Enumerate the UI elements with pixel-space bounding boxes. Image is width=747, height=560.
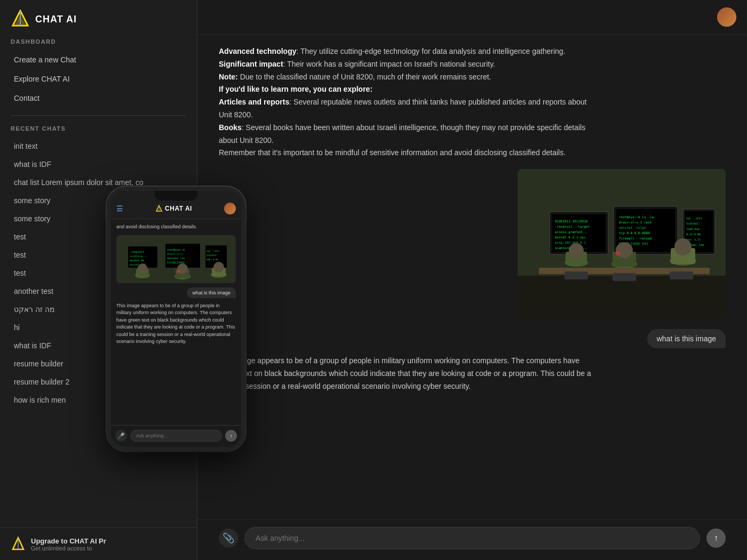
- svg-text:0.12 0.08: 0.12 0.08: [686, 233, 701, 236]
- svg-text:scanning...: scanning...: [130, 254, 147, 258]
- svg-text:netstat -tu: netstat -tu: [167, 257, 185, 260]
- phone-attach-button[interactable]: 🎤: [115, 430, 127, 442]
- main-content: Advanced technology: They utilize cuttin…: [197, 0, 747, 560]
- sidebar-upgrade[interactable]: Upgrade to CHAT AI Pr Get unlimited acce…: [0, 527, 197, 560]
- military-image-main: 01001011 10110010 ./exploit --target acc…: [518, 169, 726, 318]
- app-title: CHAT AI: [35, 14, 77, 25]
- phone-user-bubble-row: what is this image: [116, 287, 236, 298]
- attach-button[interactable]: 📎: [219, 529, 238, 548]
- nav-contact[interactable]: Contact: [11, 89, 186, 108]
- phone-chat-content: and avoid disclosing classified details.…: [111, 219, 241, 425]
- upgrade-subtitle: Get unlimited access to: [31, 545, 186, 551]
- phone-notch: [155, 191, 197, 201]
- phone-avatar: [224, 203, 236, 214]
- dashboard-section: DASHBOARD Create a new Chat Explore CHAT…: [0, 36, 197, 108]
- nav-create-chat[interactable]: Create a new Chat: [11, 50, 186, 69]
- svg-point-68: [177, 270, 180, 273]
- svg-text:kernel 4.2.1-sec: kernel 4.2.1-sec: [555, 235, 586, 239]
- svg-rect-41: [518, 276, 726, 318]
- svg-text:./exploit --target: ./exploit --target: [555, 225, 590, 229]
- svg-text:01001011 10110010: 01001011 10110010: [555, 219, 588, 223]
- svg-point-39: [674, 238, 692, 255]
- svg-point-32: [569, 243, 584, 258]
- main-header: [197, 0, 747, 35]
- recent-chats-label: RECENT CHATS: [11, 125, 186, 132]
- phone-menu-icon[interactable]: ☰: [116, 204, 123, 213]
- phone-ai-response: This image appears to be of a group of p…: [116, 302, 236, 346]
- svg-rect-44: [670, 271, 693, 279]
- bold-articles: Articles and reports: [219, 98, 289, 106]
- svg-rect-42: [565, 271, 588, 279]
- phone-overlay: ☰ CHAT AI and avoid disclosing classifie…: [107, 187, 245, 451]
- svg-text:tcp 0.0.0.0:8080: tcp 0.0.0.0:8080: [619, 231, 650, 235]
- svg-point-35: [616, 242, 633, 258]
- phone-chat-input[interactable]: [130, 430, 222, 442]
- avatar-image: [717, 7, 736, 27]
- dashboard-label: DASHBOARD: [11, 38, 186, 45]
- svg-text:mem: 4.2G: mem: 4.2G: [206, 258, 218, 261]
- phone-military-image: ./exploit scanning... access ok kernel 4…: [116, 235, 236, 283]
- logo-icon: [11, 10, 30, 29]
- sidebar-divider: [11, 115, 186, 116]
- svg-text:load avg:: load avg:: [686, 227, 701, 231]
- svg-point-36: [616, 251, 620, 255]
- bold-note: Note:: [219, 73, 238, 81]
- phone-input-area: 🎤 ↑: [111, 425, 241, 447]
- chat-list-item-0[interactable]: init text: [11, 137, 186, 155]
- nav-explore[interactable]: Explore CHAT AI: [11, 69, 186, 89]
- phone-title-text: CHAT AI: [165, 205, 192, 212]
- chat-area: Advanced technology: They utilize cuttin…: [197, 35, 747, 519]
- svg-text:0x4A3B2C: 0x4A3B2C: [686, 222, 699, 225]
- upgrade-title: Upgrade to CHAT AI Pr: [31, 537, 186, 545]
- sidebar-header: CHAT AI: [0, 0, 197, 36]
- ai-response-text: This image appears to be of a group of p…: [219, 355, 592, 393]
- upgrade-logo-icon: [11, 537, 26, 551]
- bold-advanced-tech: Advanced technology: [219, 47, 296, 55]
- svg-text:drwxr-xr-x 2 root: drwxr-xr-x 2 root: [619, 220, 652, 224]
- svg-text:netstat -tulpn: netstat -tulpn: [619, 226, 646, 230]
- phone-screen: ☰ CHAT AI and avoid disclosing classifie…: [111, 191, 241, 447]
- bold-learn-more: If you'd like to learn more, you can exp…: [219, 85, 372, 93]
- input-area: 📎 ↑: [197, 519, 747, 560]
- bold-books: Books: [219, 123, 242, 132]
- user-bubble: what is this image: [647, 329, 726, 348]
- svg-text:drwxr-xr-x: drwxr-xr-x: [167, 252, 183, 255]
- phone-app-title: CHAT AI: [155, 205, 192, 212]
- svg-text:ping 192.168.0.1: ping 192.168.0.1: [555, 241, 586, 245]
- phone-logo-icon: [155, 205, 163, 212]
- avatar[interactable]: [717, 7, 736, 27]
- svg-text:./exploit: ./exploit: [130, 250, 144, 254]
- svg-text:firewall --reload: firewall --reload: [619, 236, 652, 240]
- svg-text:sys --init: sys --init: [206, 250, 220, 252]
- phone-user-bubble: what is this image: [187, 287, 236, 298]
- phone-military-scene-svg: ./exploit scanning... access ok kernel 4…: [117, 236, 235, 283]
- svg-text:sys --init: sys --init: [686, 217, 702, 220]
- send-button[interactable]: ↑: [706, 529, 726, 548]
- phone-frame: ☰ CHAT AI and avoid disclosing classifie…: [107, 187, 245, 451]
- svg-text:0x4A3B2C: 0x4A3B2C: [206, 254, 217, 257]
- svg-text:access granted...: access granted...: [555, 230, 587, 234]
- upgrade-text: Upgrade to CHAT AI Pr Get unlimited acce…: [31, 537, 186, 551]
- military-scene-svg: 01001011 10110010 ./exploit --target acc…: [518, 169, 726, 318]
- phone-preview-text: and avoid disclosing classified details.: [116, 223, 236, 231]
- svg-text:access ok: access ok: [130, 259, 144, 262]
- bold-significant-impact: Significant impact: [219, 60, 283, 68]
- svg-text:root@sys:~$: root@sys:~$: [167, 248, 185, 252]
- svg-point-71: [213, 262, 224, 273]
- chat-text-advanced-tech: Advanced technology: They utilize cuttin…: [219, 45, 592, 159]
- user-message-row: what is this image: [219, 329, 726, 348]
- phone-send-button[interactable]: ↑: [225, 430, 237, 442]
- svg-point-64: [138, 263, 147, 273]
- chat-list-item-1[interactable]: what is IDF: [11, 155, 186, 173]
- chat-input[interactable]: [244, 527, 700, 549]
- svg-rect-43: [613, 273, 636, 281]
- svg-text:root@sys:~$ ls -la: root@sys:~$ ls -la: [619, 215, 654, 219]
